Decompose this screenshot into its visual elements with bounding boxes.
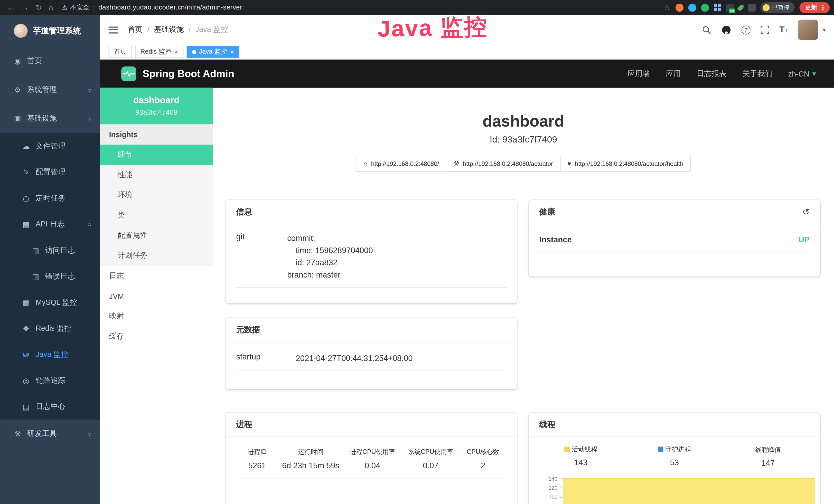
card-metadata-title: 元数据: [225, 318, 517, 342]
sidebar-item-tracing[interactable]: ◎ 链路追踪: [0, 367, 100, 393]
extension-green-icon[interactable]: [701, 3, 709, 11]
menu-item-environment[interactable]: 环境: [100, 185, 213, 205]
health-key: Instance: [540, 235, 572, 244]
help-icon[interactable]: ?: [742, 25, 750, 34]
tab-home[interactable]: 首页: [108, 46, 132, 58]
breadcrumb-infrastructure[interactable]: 基础设施: [154, 25, 184, 35]
val-pid: 5261: [236, 459, 278, 479]
breadcrumb-home[interactable]: 首页: [128, 25, 142, 35]
extension-puzzle-icon[interactable]: [748, 3, 756, 11]
legend-label: 守护进程: [665, 445, 691, 454]
sidebar-item-log-center[interactable]: ▤ 日志中心: [0, 393, 100, 419]
y-tick-label: 120: [536, 485, 557, 491]
search-icon[interactable]: [702, 25, 711, 34]
profile-paused-badge[interactable]: 已暂停: [760, 2, 794, 13]
extension-on-icon[interactable]: on: [726, 3, 734, 11]
col-uptime: 运行时间: [278, 443, 344, 459]
legend-label: 线程峰值: [755, 445, 781, 455]
sba-brand-title[interactable]: Spring Boot Admin: [142, 68, 234, 79]
link-service-url[interactable]: ⌂ http://192.168.0.2:48080/: [356, 156, 446, 172]
menu-item-jvm[interactable]: JVM: [100, 286, 213, 306]
kebab-menu-icon[interactable]: ⋮: [820, 4, 826, 11]
sidebar-item-access-logs[interactable]: ▥ 访问日志: [0, 237, 100, 263]
breadcrumb-current: Java 监控: [195, 25, 228, 35]
sba-nav-journal[interactable]: 日志报表: [697, 69, 726, 78]
tags-view: 首页 Redis 监控 × Java 监控 ×: [100, 45, 834, 60]
legend-live-threads: 活动线程 143: [534, 444, 628, 467]
sidebar-item-java-monitor[interactable]: 🖳 Java 监控: [0, 341, 100, 367]
legend-value: 53: [628, 458, 721, 467]
sidebar-item-infrastructure[interactable]: ▣ 基础设施 ∧: [0, 104, 100, 133]
menu-item-caches[interactable]: 缓存: [100, 326, 213, 347]
card-info: 信息 git commit: time: 1596289704000 id: 2…: [225, 200, 517, 303]
chevron-down-icon: ∨: [88, 431, 91, 436]
menu-item-beans[interactable]: 类: [100, 205, 213, 225]
history-icon[interactable]: ↺: [803, 207, 810, 217]
extension-grid-icon[interactable]: [714, 4, 721, 11]
sba-nav-about[interactable]: 关于我们: [742, 69, 772, 78]
threads-chart: 140 120 100: [529, 475, 820, 504]
extension-pin-icon[interactable]: [688, 3, 696, 11]
menu-item-scheduled-tasks[interactable]: 计划任务: [100, 246, 213, 266]
sidebar-item-api-logs[interactable]: ▤ API 日志 ∧: [0, 211, 100, 237]
sidebar-item-error-logs[interactable]: ▥ 错误日志: [0, 263, 100, 289]
sidebar-toggle-icon[interactable]: [108, 26, 118, 33]
security-indicator[interactable]: ⚠ 不安全: [62, 3, 89, 12]
sidebar-item-label: 配置管理: [36, 167, 66, 177]
menu-item-loggers[interactable]: 日志: [100, 266, 213, 286]
sba-nav-wallboard[interactable]: 应用墙: [628, 69, 650, 78]
sidebar-item-mysql-monitor[interactable]: ▦ MySQL 监控: [0, 289, 100, 315]
sidebar-item-file-mgmt[interactable]: ☁ 文件管理: [0, 133, 100, 159]
extension-leaf-icon[interactable]: [737, 3, 745, 11]
menu-section-insights: Insights: [100, 124, 213, 145]
chrome-update-button[interactable]: 更新 ⋮: [799, 2, 830, 13]
address-bar[interactable]: dashboard.yudao.iocoder.cn/infra/admin-s…: [98, 4, 242, 11]
process-table: 进程ID 运行时间 进程CPU使用率 系统CPU使用率 CPU核心数 5261 …: [225, 437, 517, 479]
sidebar-item-dev-tools[interactable]: ⚒ 研发工具 ∨: [0, 419, 100, 448]
bookmark-star-icon[interactable]: ☆: [664, 4, 671, 11]
info-row-git: git commit: time: 1596289704000 id: 27aa…: [236, 232, 506, 288]
back-icon[interactable]: ←: [7, 4, 14, 11]
tab-close-icon[interactable]: ×: [174, 48, 178, 55]
doc-icon: ▥: [30, 272, 42, 280]
legend-label: 活动线程: [572, 445, 597, 454]
extension-fox-icon[interactable]: [675, 3, 683, 11]
tab-redis-monitor[interactable]: Redis 监控 ×: [135, 46, 184, 58]
sidebar-item-scheduled-jobs[interactable]: ◷ 定时任务: [0, 185, 100, 211]
user-avatar[interactable]: [798, 20, 818, 40]
home-icon[interactable]: ⌂: [49, 4, 53, 11]
fullscreen-icon[interactable]: [761, 25, 769, 34]
log-icon: ▤: [20, 402, 32, 411]
legend-swatch-yellow: [564, 446, 570, 452]
reload-icon[interactable]: ↻: [36, 4, 42, 11]
logo-avatar: [14, 24, 28, 38]
git-branch-line: branch: master: [287, 269, 373, 281]
sidebar-item-config-mgmt[interactable]: ✎ 配置管理: [0, 159, 100, 185]
menu-item-mappings[interactable]: 映射: [100, 306, 213, 327]
col-process-cpu: 进程CPU使用率: [344, 443, 402, 459]
link-actuator-url[interactable]: ⚒ http://192.168.0.2:48080/actuator: [446, 156, 561, 172]
menu-item-details[interactable]: 细节: [100, 144, 213, 165]
infrastructure-icon: ▣: [12, 114, 24, 123]
link-health-url[interactable]: ♥ http://192.168.0.2:48080/actuator/heal…: [561, 156, 691, 172]
card-info-title: 信息: [225, 200, 517, 224]
clock-icon: ◷: [20, 194, 32, 202]
sba-locale-select[interactable]: zh-CN ▾: [788, 69, 816, 78]
sidebar-item-system-mgmt[interactable]: ⚙ 系统管理 ∨: [0, 75, 100, 104]
forward-icon[interactable]: →: [21, 4, 29, 11]
menu-item-config-props[interactable]: 配置属性: [100, 225, 213, 246]
tab-java-monitor[interactable]: Java 监控 ×: [187, 46, 239, 58]
font-size-icon[interactable]: TT: [779, 25, 788, 35]
sidebar-item-home[interactable]: ◉ 首页: [0, 47, 100, 75]
card-health-title: 健康: [540, 207, 555, 217]
github-icon[interactable]: [721, 25, 731, 35]
instance-header[interactable]: dashboard 93a3fc7f7409: [100, 88, 213, 124]
app-logo[interactable]: 芋道管理系统: [0, 15, 100, 47]
menu-item-metrics[interactable]: 性能: [100, 165, 213, 185]
sidebar-item-redis-monitor[interactable]: ❖ Redis 监控: [0, 315, 100, 341]
tab-close-icon[interactable]: ×: [230, 48, 234, 55]
chevron-up-icon: ∧: [88, 116, 91, 121]
sba-nav-applications[interactable]: 应用: [666, 69, 681, 78]
avatar-caret-icon[interactable]: ▾: [823, 27, 825, 33]
breadcrumb-separator: /: [189, 26, 191, 33]
